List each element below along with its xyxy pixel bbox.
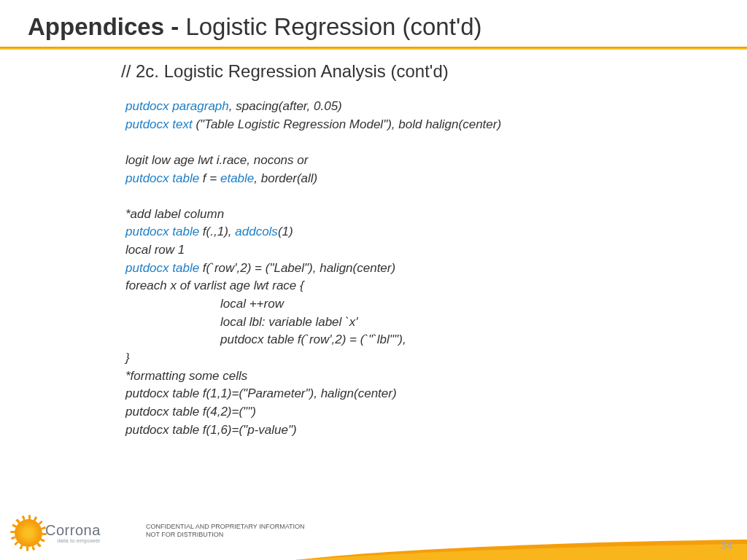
logo-main-text: Corrona [45, 522, 101, 539]
page-number: 34 [720, 539, 732, 551]
slide-title: Appendices - Logistic Regression (cont'd… [0, 0, 747, 47]
code-block: putdocx paragraph, spacing(after, 0.05) … [125, 98, 747, 439]
confidential-notice: CONFIDENTIAL AND PROPRIETARY INFORMATION… [146, 523, 305, 540]
logo-tagline: data to empower [45, 537, 101, 544]
footer: Corrona data to empower CONFIDENTIAL AND… [0, 509, 747, 560]
title-bold: Appendices - [28, 13, 185, 40]
sun-icon [15, 519, 42, 547]
title-rest: Logistic Regression (cont'd) [185, 13, 481, 40]
logo: Corrona data to empower [15, 519, 101, 547]
content-area: // 2c. Logistic Regression Analysis (con… [0, 50, 747, 439]
footer-swoosh [295, 538, 747, 560]
section-header: // 2c. Logistic Regression Analysis (con… [121, 61, 747, 82]
